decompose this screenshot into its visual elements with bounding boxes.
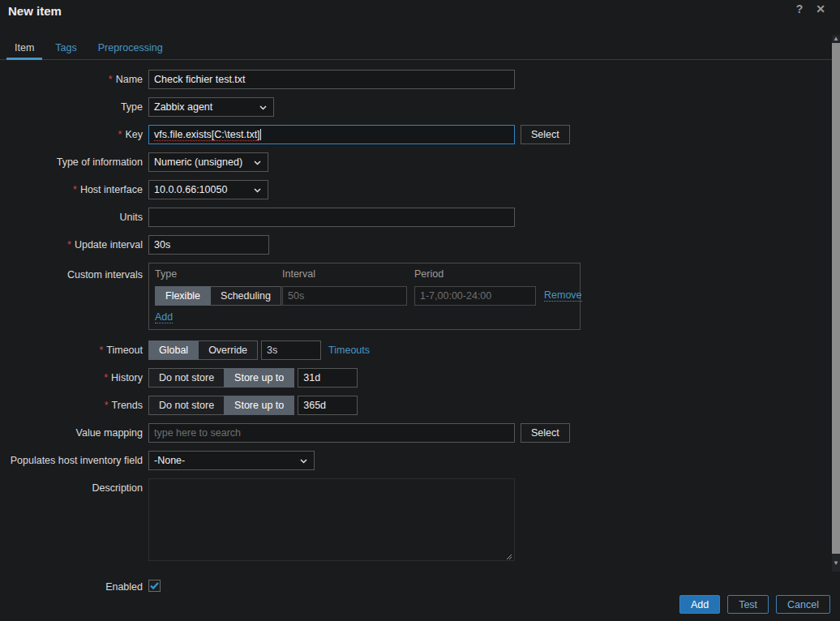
ci-remove-link[interactable]: Remove [544,289,582,302]
history-store-up-to[interactable]: Store up to [224,368,294,388]
trends-label: *Trends [0,396,143,411]
dialog-header-icons: ? ✕ [793,2,827,15]
populates-host-inventory-select[interactable]: -None- [148,451,315,470]
history-segmented: Do not store Store up to [148,368,294,388]
resize-grip-icon[interactable] [505,551,512,559]
item-form: *Name Type Zabbix agent *Key vfs.file.ex… [0,70,840,605]
enabled-row: Enabled [0,577,840,597]
cancel-button[interactable]: Cancel [776,595,830,614]
key-select-button[interactable]: Select [521,125,570,144]
value-mapping-row: Value mapping Select [0,423,840,443]
ci-column-interval: Interval [282,268,414,286]
custom-intervals-label: Custom intervals [0,263,143,281]
tab-bar: Item Tags Preprocessing [0,38,840,60]
name-input[interactable] [148,70,515,89]
checkmark-icon [150,582,159,589]
timeout-segmented: Global Override [148,340,258,360]
value-mapping-label: Value mapping [0,423,143,439]
close-icon[interactable]: ✕ [814,2,827,15]
type-of-information-label: Type of information [0,152,143,168]
chevron-down-icon [254,159,261,166]
trends-do-not-store[interactable]: Do not store [148,396,225,415]
scrollbar-down-arrow-icon[interactable]: ▼ [832,559,840,567]
type-label: Type [0,97,143,113]
enabled-label: Enabled [0,577,143,593]
host-interface-row: *Host interface 10.0.0.66:10050 [0,180,840,199]
trends-store-up-to[interactable]: Store up to [224,396,294,415]
trends-value-input[interactable] [298,396,358,415]
host-interface-label: *Host interface [0,180,143,195]
ci-type-scheduling[interactable]: Scheduling [210,286,281,306]
history-row: *History Do not store Store up to [0,368,840,388]
type-of-information-select[interactable]: Numeric (unsigned) [148,152,268,172]
dialog-title: New item [8,4,62,18]
dialog-footer: Add Test Cancel [679,595,830,614]
test-button[interactable]: Test [727,595,769,614]
text-caret [260,129,261,140]
ci-interval-input[interactable] [282,286,407,306]
custom-intervals-box: Type Interval Period Flexible Scheduling… [148,263,581,330]
timeout-override[interactable]: Override [198,340,258,360]
chevron-down-icon [259,104,267,111]
history-label: *History [0,368,143,383]
trends-segmented: Do not store Store up to [148,396,294,415]
tab-preprocessing[interactable]: Preprocessing [90,38,171,59]
type-of-information-row: Type of information Numeric (unsigned) [0,152,840,172]
units-input[interactable] [148,208,515,227]
value-mapping-select-button[interactable]: Select [521,423,570,443]
history-value-input[interactable] [298,368,358,388]
scrollbar-up-arrow-icon[interactable]: ▲ [832,35,840,43]
scrollbar-thumb[interactable] [832,43,840,554]
host-interface-select[interactable]: 10.0.0.66:10050 [148,180,268,199]
populates-host-inventory-label: Populates host inventory field [0,451,143,466]
key-row: *Key vfs.file.exists[C:\test.txt] Select [0,125,840,144]
description-row: Description [0,478,840,563]
populates-host-inventory-row: Populates host inventory field -None- [0,451,840,470]
key-label: *Key [0,125,143,140]
ci-column-period: Period [414,268,544,286]
name-label: *Name [0,70,143,85]
ci-type-segmented: Flexible Scheduling [155,286,282,306]
vertical-scrollbar[interactable]: ▲ ▼ [832,35,840,572]
timeout-row: *Timeout Global Override Timeouts [0,340,840,360]
chevron-down-icon [300,457,307,465]
ci-add-link[interactable]: Add [155,311,173,323]
units-label: Units [0,208,143,223]
type-row: Type Zabbix agent [0,97,840,117]
timeout-global[interactable]: Global [148,340,199,360]
key-input[interactable]: vfs.file.exists[C:\test.txt] [148,125,515,144]
trends-row: *Trends Do not store Store up to [0,396,840,415]
units-row: Units [0,208,840,227]
name-row: *Name [0,70,840,89]
custom-intervals-row: Custom intervals Type Interval Period Fl… [0,263,840,330]
value-mapping-input[interactable] [148,423,515,443]
timeouts-link[interactable]: Timeouts [328,340,370,356]
description-textarea[interactable] [148,478,515,561]
enabled-checkbox[interactable] [148,580,161,592]
update-interval-input[interactable] [148,235,269,255]
ci-type-flexible[interactable]: Flexible [155,286,211,306]
ci-period-input[interactable] [414,286,536,306]
add-button[interactable]: Add [679,595,720,614]
tab-tags[interactable]: Tags [47,38,84,59]
update-interval-row: *Update interval [0,235,840,255]
ci-column-type: Type [155,268,282,286]
update-interval-label: *Update interval [0,235,143,251]
chevron-down-icon [254,186,261,194]
timeout-value-input[interactable] [261,340,321,360]
tab-item[interactable]: Item [6,38,42,59]
help-icon[interactable]: ? [793,2,806,15]
description-label: Description [0,478,143,494]
history-do-not-store[interactable]: Do not store [148,368,225,388]
timeout-label: *Timeout [0,340,143,356]
type-select[interactable]: Zabbix agent [148,97,274,117]
